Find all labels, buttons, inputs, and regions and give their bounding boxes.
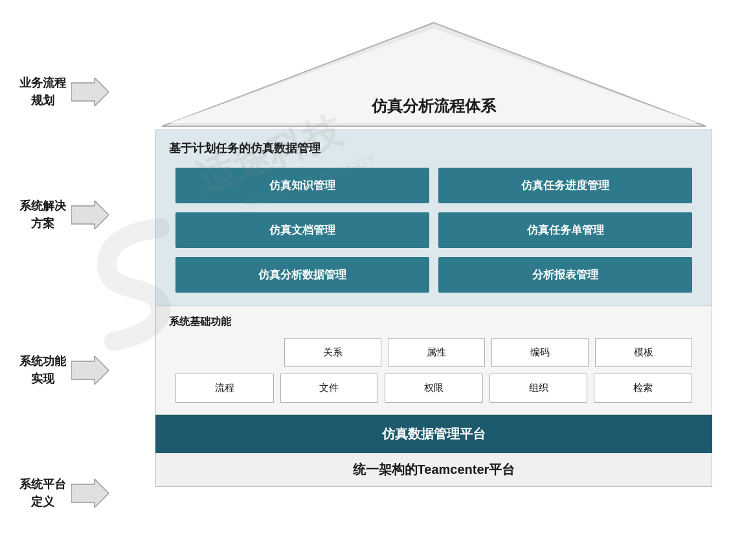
svg-marker-2 xyxy=(71,356,109,385)
teal-cell-0: 仿真知识管理 xyxy=(175,168,429,203)
arrow-platform xyxy=(71,479,109,508)
func-cell-row2-1: 文件 xyxy=(280,374,379,403)
arrow-solution xyxy=(71,201,109,229)
middle-title: 基于计划任务的仿真数据管理 xyxy=(169,140,699,156)
svg-marker-1 xyxy=(71,201,109,229)
unified-platform: 统一架构的Teamcenter平台 xyxy=(155,453,712,487)
lower-title: 系统基础功能 xyxy=(169,315,699,329)
roof-section: 仿真分析流程体系 xyxy=(155,19,712,129)
func-cell-row2-4: 检索 xyxy=(594,374,692,403)
arrow-function xyxy=(71,356,109,385)
teal-cell-3: 仿真任务单管理 xyxy=(438,212,692,248)
teal-cell-2: 仿真文档管理 xyxy=(175,212,429,248)
teal-grid: 仿真知识管理 仿真任务进度管理 仿真文档管理 仿真任务单管理 仿真分析数据管理 … xyxy=(169,168,699,293)
label-text-biz: 业务流程 规划 xyxy=(19,74,66,109)
func-cell-row1-2: 编码 xyxy=(491,338,589,367)
teal-cell-1: 仿真任务进度管理 xyxy=(438,168,692,203)
label-biz-process: 业务流程 规划 xyxy=(19,74,109,109)
middle-section: 基于计划任务的仿真数据管理 仿真知识管理 仿真任务进度管理 仿真文档管理 仿真任… xyxy=(155,129,712,306)
main-diagram: 仿真分析流程体系 基于计划任务的仿真数据管理 仿真知识管理 仿真任务进度管理 仿… xyxy=(155,19,712,487)
svg-marker-0 xyxy=(71,78,109,106)
svg-marker-3 xyxy=(71,479,109,508)
platform-title: 仿真数据管理平台 xyxy=(168,425,699,443)
label-text-platform: 系统平台 定义 xyxy=(19,476,66,511)
teal-cell-5: 分析报表管理 xyxy=(438,257,692,293)
func-cell-row1-1: 属性 xyxy=(388,338,485,367)
func-cell-row2-0: 流程 xyxy=(175,374,274,403)
label-text-solution: 系统解决 方案 xyxy=(19,197,66,232)
label-text-function: 系统功能 实现 xyxy=(19,353,66,388)
unified-title: 统一架构的Teamcenter平台 xyxy=(169,461,699,478)
func-cell-row1-0: 关系 xyxy=(284,338,381,367)
lower-section: 系统基础功能 关系 属性 编码 模板 流程 文件 权限 组织 检索 xyxy=(155,306,712,415)
label-sys-platform: 系统平台 定义 xyxy=(19,476,109,511)
label-sys-solution: 系统解决 方案 xyxy=(19,197,109,232)
label-sys-function: 系统功能 实现 xyxy=(19,353,109,388)
arrow-biz xyxy=(71,78,109,106)
roof-title: 仿真分析流程体系 xyxy=(155,96,712,117)
func-cell-row2-2: 权限 xyxy=(385,374,483,403)
func-cell-row2-3: 组织 xyxy=(489,374,588,403)
teal-cell-4: 仿真分析数据管理 xyxy=(175,257,429,293)
func-cell-row1-3: 模板 xyxy=(595,338,692,367)
platform-section: 仿真数据管理平台 xyxy=(155,415,712,453)
